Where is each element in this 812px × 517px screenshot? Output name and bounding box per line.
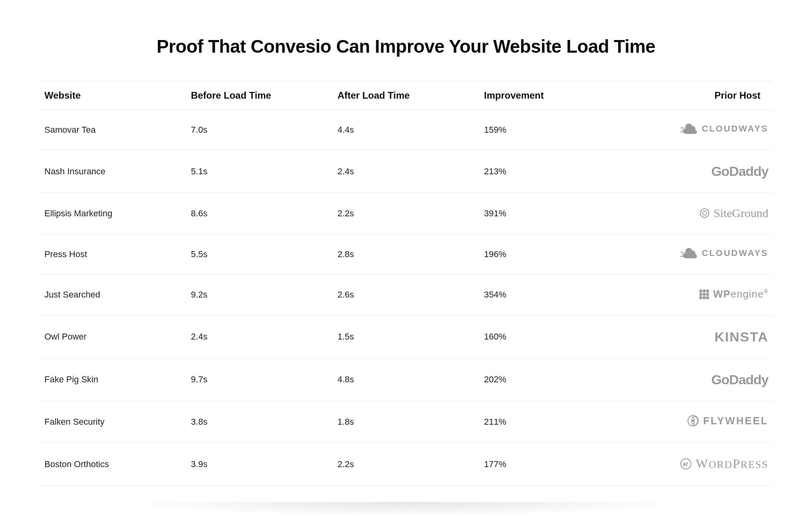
col-prior-host: Prior Host [626,81,772,110]
cell-before: 2.4s [186,315,333,358]
cell-prior-host: FLYWHEEL [626,401,772,443]
host-logo-godaddy: GoDaddy [711,372,768,387]
cell-improvement: 213% [479,150,626,193]
cell-improvement: 159% [479,110,626,150]
host-logo-wordpress: WORDPRESS [680,456,768,471]
svg-rect-10 [706,290,709,292]
cell-prior-host: SiteGround [626,193,772,235]
cell-after: 2.2s [333,443,479,486]
cell-before: 7.0s [186,110,333,150]
siteground-icon [699,208,710,218]
cell-after: 1.8s [333,401,479,443]
cell-website: Falken Security [40,401,186,443]
cell-after: 1.5s [333,315,479,358]
cell-improvement: 196% [479,235,626,275]
cell-after: 4.8s [333,358,479,401]
bottom-shadow [120,502,691,516]
svg-point-4 [703,211,707,215]
cell-prior-host: CLOUDWAYS [626,110,772,150]
svg-point-18 [692,420,694,422]
svg-rect-8 [699,290,702,292]
cell-before: 8.6s [186,193,333,235]
cell-after: 2.4s [333,150,479,193]
cell-improvement: 354% [479,275,626,316]
svg-rect-7 [680,256,685,257]
cell-after: 4.4s [333,110,479,150]
cell-before: 3.9s [186,443,333,486]
cell-prior-host: WPengine® [626,275,772,316]
table-row: Just Searched9.2s2.6s354%WPengine® [40,275,772,316]
cell-improvement: 391% [479,193,626,235]
table-row: Boston Orthotics3.9s2.2s177%WORDPRESS [40,443,772,486]
cell-prior-host: KINSTA [626,315,772,358]
svg-rect-9 [703,290,705,292]
svg-rect-6 [682,254,685,255]
cell-prior-host: WORDPRESS [626,443,772,486]
table-row: Samovar Tea7.0s4.4s159%CLOUDWAYS [40,110,772,150]
cell-after: 2.8s [333,235,479,275]
cell-improvement: 160% [479,315,626,358]
svg-rect-2 [680,132,685,132]
host-logo-cloudways: CLOUDWAYS [680,248,768,258]
cell-website: Just Searched [40,275,186,316]
cell-after: 2.2s [333,193,479,235]
table-row: Falken Security3.8s1.8s211%FLYWHEEL [40,401,772,443]
cell-before: 5.5s [186,235,333,275]
col-website: Website [40,81,186,110]
col-before: Before Load Time [186,81,333,110]
svg-rect-11 [699,293,702,296]
cell-prior-host: CLOUDWAYS [626,235,772,275]
col-improvement: Improvement [479,81,626,110]
svg-rect-1 [682,130,685,130]
flywheel-icon [687,415,699,427]
wpengine-icon [699,289,709,300]
cell-before: 5.1s [186,150,333,193]
svg-rect-14 [699,296,702,299]
cell-prior-host: GoDaddy [626,358,772,401]
cell-before: 9.7s [186,358,333,401]
cell-before: 9.2s [186,275,333,316]
col-after: After Load Time [333,81,479,110]
svg-rect-15 [703,296,705,299]
svg-rect-16 [706,296,709,299]
svg-point-19 [681,459,691,469]
cell-website: Boston Orthotics [40,443,186,486]
host-logo-wpengine: WPengine® [699,288,768,300]
table-row: Ellipsis Marketing8.6s2.2s391%SiteGround [40,193,772,235]
host-logo-kinsta: KINSTA [714,329,768,345]
table-row: Nash Insurance5.1s2.4s213%GoDaddy [40,150,772,193]
wordpress-icon [680,458,692,470]
cell-website: Samovar Tea [40,110,186,150]
table-row: Press Host5.5s2.8s196%CLOUDWAYS [40,235,772,275]
cell-improvement: 202% [479,358,626,401]
cell-improvement: 177% [479,443,626,486]
cell-after: 2.6s [333,275,479,316]
page-title: Proof That Convesio Can Improve Your Web… [40,36,772,57]
cell-improvement: 211% [479,401,626,443]
svg-point-3 [700,209,709,217]
cell-website: Owl Power [40,315,186,358]
host-logo-flywheel: FLYWHEEL [687,415,768,427]
table-header-row: Website Before Load Time After Load Time… [40,81,772,110]
cell-prior-host: GoDaddy [626,150,772,193]
loadtime-table: Website Before Load Time After Load Time… [40,81,772,486]
table-row: Owl Power2.4s1.5s160%KINSTA [40,315,772,358]
svg-rect-13 [706,293,709,296]
host-logo-godaddy: GoDaddy [711,164,768,179]
cell-website: Press Host [40,235,186,275]
cell-website: Ellipsis Marketing [40,193,186,235]
cell-website: Nash Insurance [40,150,186,193]
cell-before: 3.8s [186,401,333,443]
svg-rect-0 [680,128,684,128]
host-logo-siteground: SiteGround [699,206,768,220]
svg-rect-5 [680,252,684,253]
svg-rect-12 [703,293,705,296]
table-row: Fake Pig Skin9.7s4.8s202%GoDaddy [40,358,772,401]
cloudways-icon [680,248,698,258]
cell-website: Fake Pig Skin [40,358,186,401]
cloudways-icon [680,124,698,134]
host-logo-cloudways: CLOUDWAYS [680,124,768,134]
